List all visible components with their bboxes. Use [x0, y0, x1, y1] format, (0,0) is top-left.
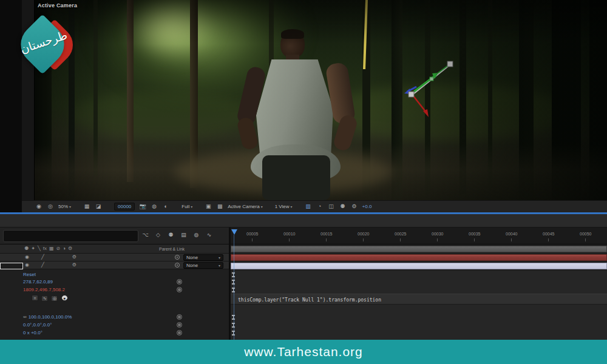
viewer-toolbar: ◉ ◎ 50%▾ ▦ ◪ 00000 📷 ◍ ◐ Full▾ ▣ ▩ Activ…: [22, 200, 607, 212]
resolution-dropdown[interactable]: Full▾: [181, 204, 192, 209]
graph-editor-icon[interactable]: ∿: [205, 231, 213, 239]
parent-dropdown[interactable]: None▾: [183, 262, 223, 269]
expression-text[interactable]: thisComp.layer("Track Null 1").transform…: [238, 297, 381, 303]
expression-controls: = ∿ ◎ ●: [32, 295, 70, 302]
view-layout-dropdown[interactable]: 1 View▾: [275, 204, 293, 209]
layer-duration-bar-lavender[interactable]: [231, 263, 607, 269]
collapse-column-icon[interactable]: ✦: [31, 246, 35, 251]
grid-guides-icon[interactable]: ▦: [83, 203, 90, 211]
motion-blur-icon[interactable]: ◍: [192, 231, 200, 239]
parent-pickwhip-icon[interactable]: [175, 263, 180, 268]
scale-value[interactable]: ∞100.0,100.0,100.0%: [23, 314, 72, 320]
constrain-link-icon[interactable]: ∞: [23, 314, 27, 320]
effects-column-icon[interactable]: fx: [43, 246, 47, 251]
motion-blur-column-icon[interactable]: ⊘: [56, 246, 61, 251]
timeline-button-icon[interactable]: ◫: [328, 203, 335, 211]
draft-3d-icon[interactable]: ◇: [154, 231, 162, 239]
ruler-tick-label: 00005: [246, 232, 258, 236]
timeline-header: ⌥ ◇ ⚉ ▤ ◍ ∿: [0, 228, 229, 244]
ruler-tick-label: 00050: [580, 232, 591, 236]
ruler-tick-label: 00010: [283, 232, 295, 236]
footer-bar: www.Tarhestan.org: [0, 340, 607, 364]
mask-visibility-icon[interactable]: ◪: [95, 203, 102, 211]
expression-language-icon[interactable]: ●: [61, 295, 68, 301]
stopwatch-icon[interactable]: [177, 314, 182, 320]
anchor-point-value[interactable]: 278.7,62.0,89: [23, 279, 53, 285]
parent-link-column-label: Parent & Link: [159, 247, 185, 251]
adjustment-column-icon[interactable]: ◑: [63, 246, 66, 251]
ruler-tick-label: 00045: [543, 232, 554, 236]
current-time-indicator-line: [234, 235, 234, 340]
zoom-dropdown[interactable]: 50%▾: [58, 204, 71, 209]
flowchart-icon[interactable]: ⚉: [339, 203, 347, 211]
parent-dropdown[interactable]: None▾: [183, 254, 223, 261]
always-preview-icon[interactable]: ◉: [35, 203, 42, 211]
work-area-bar[interactable]: [231, 246, 607, 252]
stopwatch-icon[interactable]: [177, 287, 182, 292]
ruler-tick-label: 00040: [506, 232, 517, 236]
timeline-ruler[interactable]: 0000500010000150002000025000300003500040…: [231, 228, 607, 244]
exposure-value[interactable]: +0.0: [362, 204, 372, 209]
stopwatch-icon[interactable]: [177, 330, 182, 335]
expression-enable-icon[interactable]: =: [32, 295, 38, 301]
quality-icon[interactable]: ╱: [41, 255, 44, 260]
transparency-grid-icon[interactable]: ▩: [216, 203, 223, 211]
timeline-search-field[interactable]: [3, 230, 138, 242]
frame-blend-icon[interactable]: ▤: [180, 231, 188, 239]
3d-column-icon[interactable]: ⚙: [68, 246, 72, 251]
current-time-field[interactable]: 00000: [114, 203, 135, 211]
view-label: Active Camera: [38, 2, 77, 8]
parent-pickwhip-icon[interactable]: [175, 255, 180, 260]
orientation-value[interactable]: 0.0°,0.0°,0.0°: [23, 322, 52, 328]
reset-link[interactable]: Reset: [23, 272, 36, 277]
quality-icon[interactable]: ╱: [41, 263, 44, 268]
show-snapshot-icon[interactable]: ◍: [151, 203, 158, 211]
timeline-column-header: ⚉ ✦ ╲ fx ▦ ⊘ ◑ ⚙ Parent & Link: [0, 244, 229, 254]
position-value[interactable]: 1809.2,496.7,508.2: [23, 287, 65, 292]
video-eye-icon[interactable]: ◉: [25, 255, 29, 260]
ruler-tick-label: 00015: [320, 232, 332, 236]
expression-field[interactable]: thisComp.layer("Track Null 1").transform…: [231, 294, 607, 305]
rotation-value[interactable]: 0 x +0.0°: [23, 330, 42, 335]
panel-gap: [0, 214, 607, 228]
app-window: Active Camera ◉ ◎ 50%▾ ▦ ◪ 00000 📷 ◍ ◐ F…: [0, 0, 607, 364]
layer-duration-bar-red[interactable]: [231, 254, 607, 261]
video-eye-icon[interactable]: ◉: [25, 263, 29, 268]
ruler-tick-label: 00030: [432, 232, 443, 236]
layer-switch-icon[interactable]: ⚙: [72, 263, 76, 268]
ruler-tick-label: 00020: [358, 232, 369, 236]
vignette-top: [35, 0, 607, 200]
stopwatch-icon[interactable]: [177, 322, 182, 328]
quality-column-icon[interactable]: ╲: [38, 246, 41, 251]
magnify-icon[interactable]: ◎: [47, 203, 54, 211]
frame-blend-column-icon[interactable]: ▦: [49, 246, 54, 251]
playhead-marker[interactable]: [231, 229, 237, 235]
timeline-panel-divider[interactable]: [229, 228, 231, 340]
mini-flowchart-icon[interactable]: ⌥: [141, 231, 149, 239]
ruler-tick-label: 00025: [395, 232, 406, 236]
tarhestan-logo: طرحستان: [16, 15, 79, 78]
composition-viewer[interactable]: [35, 0, 607, 200]
expression-graph-icon[interactable]: ∿: [41, 295, 48, 302]
ruler-tick-label: 00035: [469, 232, 480, 236]
pixel-aspect-icon[interactable]: ▥: [305, 203, 312, 211]
snapshot-camera-icon[interactable]: 📷: [139, 203, 146, 211]
layer-switch-icon[interactable]: ⚙: [72, 255, 76, 260]
hide-shy-icon[interactable]: ⚉: [167, 231, 175, 239]
stopwatch-icon[interactable]: [177, 279, 182, 285]
region-of-interest-icon[interactable]: ▣: [205, 203, 212, 211]
reset-exposure-icon[interactable]: ⚙: [351, 203, 358, 211]
layer-row-1[interactable]: ◉ ╱ ⚙ None▾: [0, 254, 229, 261]
timeline-header-icons: ⌥ ◇ ⚉ ▤ ◍ ∿: [141, 231, 213, 239]
transform-properties: Reset 278.7,62.0,89 1809.2,496.7,508.2 =…: [0, 271, 229, 340]
layer-row-2[interactable]: ◉ ╱ ⚙ None▾: [0, 261, 229, 269]
timeline-panel: ⌥ ◇ ⚉ ▤ ◍ ∿ 0000500010000150002000025000…: [0, 228, 607, 340]
footer-url: www.Tarhestan.org: [244, 345, 363, 359]
3d-view-dropdown[interactable]: Active Camera▾: [228, 204, 262, 209]
expression-pickwhip-icon[interactable]: ◎: [51, 295, 58, 302]
timeline-track-area[interactable]: thisComp.layer("Track Null 1").transform…: [231, 271, 607, 340]
fast-previews-icon[interactable]: ◔: [316, 203, 324, 211]
layer-name-edit-box[interactable]: [0, 263, 23, 269]
show-channel-icon[interactable]: ◐: [162, 203, 169, 211]
shy-column-icon[interactable]: ⚉: [24, 246, 29, 251]
